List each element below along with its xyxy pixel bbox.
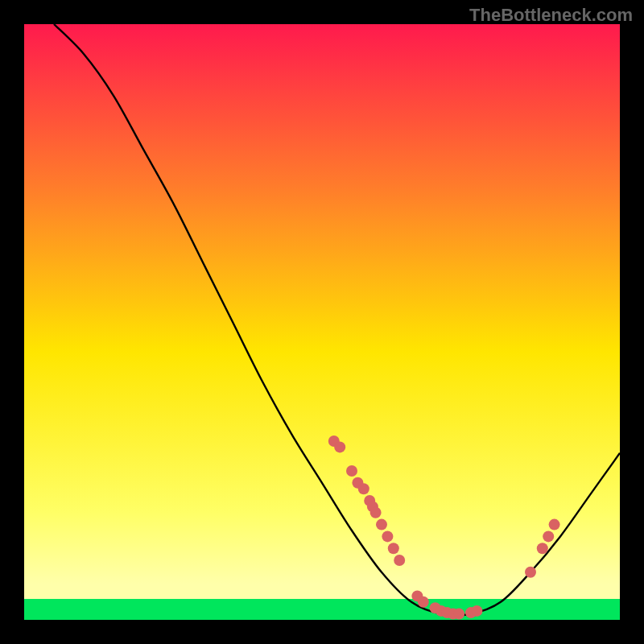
plot-area bbox=[24, 24, 620, 620]
data-marker bbox=[370, 507, 382, 518]
background-gradient bbox=[24, 24, 620, 620]
data-marker bbox=[388, 543, 399, 554]
data-marker bbox=[537, 543, 548, 554]
watermark-text: TheBottleneck.com bbox=[469, 5, 633, 26]
chart-container: TheBottleneck.com bbox=[0, 0, 644, 644]
data-marker bbox=[376, 519, 387, 530]
data-marker bbox=[358, 483, 369, 494]
data-marker bbox=[471, 605, 482, 617]
data-marker bbox=[543, 530, 554, 542]
data-marker bbox=[346, 465, 357, 477]
chart-svg bbox=[24, 24, 620, 620]
data-marker bbox=[394, 555, 405, 566]
data-marker bbox=[453, 609, 464, 620]
data-marker bbox=[525, 567, 536, 578]
green-band bbox=[24, 599, 620, 620]
data-marker bbox=[382, 530, 393, 542]
data-marker bbox=[334, 441, 345, 452]
data-marker bbox=[549, 519, 560, 530]
data-marker bbox=[418, 597, 429, 608]
